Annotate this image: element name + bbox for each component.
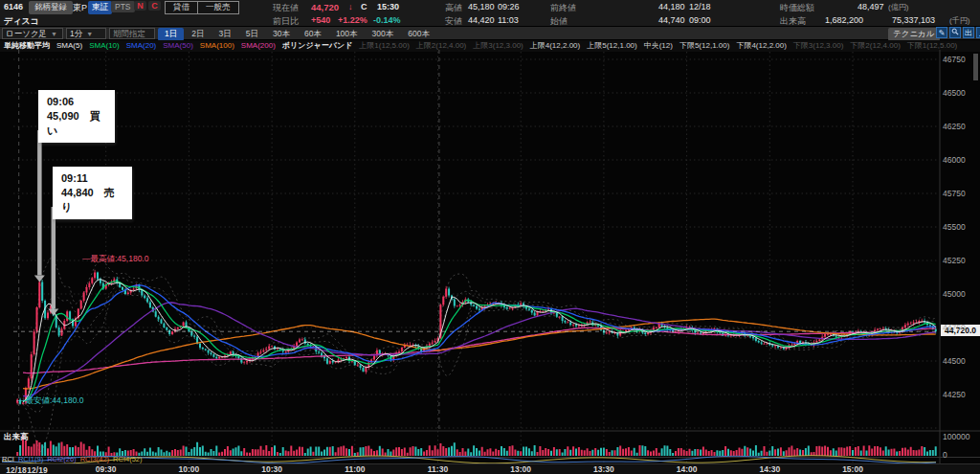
price-down-arrow-icon: ↓ xyxy=(348,2,353,11)
current-price-label: 現在値 xyxy=(273,2,299,14)
session-high-marker: ―最高値:45,180.0 xyxy=(82,254,148,265)
market-cap-value: 48,497 xyxy=(858,2,884,11)
session-low-marker: ―最安値:44,180.0 xyxy=(17,395,83,407)
range-button-1日[interactable]: 1日 xyxy=(158,28,184,41)
area-chart-icon[interactable]: ◢ xyxy=(976,27,980,38)
chart-type-dropdown[interactable]: ローソク足▼ xyxy=(2,28,63,39)
chevron-down-icon: ▼ xyxy=(51,31,57,37)
change-percent-2: -0.14% xyxy=(373,15,401,25)
x-axis-tick-11:30: 11:30 xyxy=(428,464,448,474)
x-axis-tick-13:30: 13:30 xyxy=(593,464,614,474)
x-axis-tick-10:30: 10:30 xyxy=(261,464,282,474)
range-button-5日[interactable]: 5日 xyxy=(239,28,265,41)
date-label-current: 12/19 xyxy=(27,465,47,474)
chart-refresh-icon[interactable]: C xyxy=(148,1,161,11)
high-label: 高値 xyxy=(445,2,462,14)
close-flag: C xyxy=(361,2,368,11)
prev-close-label: 前終値 xyxy=(550,2,576,14)
legend-item-SMA(100): SMA(100) xyxy=(200,41,234,50)
rci-label-RCI: RCI xyxy=(2,455,14,463)
exchange-toggle-pts[interactable]: PTS xyxy=(111,1,135,12)
range-button-100本[interactable]: 100本 xyxy=(329,28,365,41)
register-symbol-button[interactable]: 銘柄登録 xyxy=(29,1,73,14)
prev-close-value: 44,180 xyxy=(658,2,685,11)
pencil-icon[interactable]: ✎ xyxy=(936,27,947,38)
legend-band-下限3(12,3.00): 下限3(12,3.00) xyxy=(793,41,843,50)
chevron-down-icon: ▼ xyxy=(86,31,93,37)
x-axis-tick-15:00: 15:00 xyxy=(842,464,863,474)
legend-band-上限2(12,4.00): 上限2(12,4.00) xyxy=(416,41,466,50)
range-button-3日[interactable]: 3日 xyxy=(212,28,237,41)
exchange-toggle-tse[interactable]: 東証 xyxy=(88,1,112,14)
y-axis-tick-46000: 46000 xyxy=(943,155,966,165)
range-button-2日[interactable]: 2日 xyxy=(185,28,211,41)
trading-chart-window: 6146 銘柄登録 東P 東証 PTS N C 貸借 一般売 現在値 44,72… xyxy=(0,0,980,474)
stock-code: 6146 xyxy=(4,2,23,11)
period-dropdown[interactable]: 期間指定▼ xyxy=(109,28,155,39)
sma-legend-title: 単純移動平均 xyxy=(4,41,50,50)
y-axis-tick-45750: 45750 xyxy=(943,189,966,198)
market-cap-unit: (億円) xyxy=(888,2,908,12)
x-axis-tick-13:00: 13:00 xyxy=(510,464,531,474)
sell-price: 44,840 xyxy=(61,187,94,198)
legend-band-下限4(12,2.00): 下限4(12,2.00) xyxy=(736,41,786,50)
change-value: +540 xyxy=(311,15,330,25)
x-axis-tick-14:30: 14:30 xyxy=(759,464,780,474)
y-axis-tick-44750: 44750 xyxy=(943,323,966,332)
interval-dropdown[interactable]: 1分▼ xyxy=(66,28,106,39)
news-icon[interactable]: N xyxy=(134,1,146,11)
y-axis-tick-44250: 44250 xyxy=(943,390,966,399)
margin-badge[interactable]: 貸借 xyxy=(165,1,198,14)
time-axis: 12/18 12/19 xyxy=(0,463,980,474)
range-button-30本[interactable]: 30本 xyxy=(266,28,297,41)
high-value: 45,180 xyxy=(468,2,495,11)
open-time: 09:00 xyxy=(689,15,711,25)
range-button-600本[interactable]: 600本 xyxy=(401,28,436,41)
y-axis-tick-46750: 46750 xyxy=(943,55,966,64)
legend-band-上限3(12,3.00): 上限3(12,3.00) xyxy=(473,41,523,50)
rci-label-RCI1(9): RCI1(9) xyxy=(18,455,43,463)
legend-band-上限5(12,1.00): 上限5(12,1.00) xyxy=(587,41,636,50)
rci-legend: RCIRCI1(9)RCI2(26)RCI3(42)RCI4(52) xyxy=(2,455,146,463)
magnifier-icon[interactable] xyxy=(949,27,961,38)
technical-button[interactable]: テクニカル xyxy=(888,28,940,41)
volume-value: 1,682,200 xyxy=(825,15,863,25)
header: 6146 銘柄登録 東P 東証 PTS N C 貸借 一般売 現在値 44,72… xyxy=(0,0,980,27)
buy-time: 09:06 xyxy=(47,96,74,107)
buy-annotation: 09:06 45,090買い xyxy=(38,90,115,143)
legend-band-下限5(12,1.00): 下限5(12,1.00) xyxy=(679,41,729,50)
low-value: 44,420 xyxy=(468,15,495,25)
rci-label-RCI4(52): RCI4(52) xyxy=(113,455,142,463)
market-cap-label: 時価総額 xyxy=(780,2,814,14)
order-icon[interactable]: 出 xyxy=(963,27,974,38)
rci-label-RCI2(26): RCI2(26) xyxy=(47,455,76,463)
range-buttons: 1日2日3日5日30本60本100本300本600本 xyxy=(158,28,437,41)
low-time: 11:03 xyxy=(498,15,519,25)
market-segment: 東P xyxy=(73,2,87,14)
range-button-60本[interactable]: 60本 xyxy=(298,28,328,41)
y-axis-tick-45000: 45000 xyxy=(943,289,966,299)
legend-band-下限1(12,5.00): 下限1(12,5.00) xyxy=(907,41,957,50)
legend-band-下限2(12,4.00): 下限2(12,4.00) xyxy=(850,41,900,50)
legend-item-SMA(5): SMA(5) xyxy=(56,41,82,50)
general-sell-badge[interactable]: 一般売 xyxy=(197,1,239,14)
legend-item-SMA(50): SMA(50) xyxy=(163,41,193,50)
date-label-prev: 12/18 xyxy=(6,465,26,474)
scrollbar-thumb[interactable] xyxy=(973,54,978,80)
high-time: 09:26 xyxy=(498,2,520,11)
buy-price: 45,090 xyxy=(47,110,79,122)
y-axis-tick-45500: 45500 xyxy=(943,222,966,232)
y-axis-tick-46500: 46500 xyxy=(943,88,966,98)
change-percent: +1.22% xyxy=(338,15,368,25)
volume-axis-max: 100000 xyxy=(943,432,969,441)
volume-axis-zero: 0 xyxy=(943,450,947,460)
y-axis-tick-44500: 44500 xyxy=(943,356,966,366)
legend-item-SMA(200): SMA(200) xyxy=(241,41,276,50)
volume-pane-title: 出来高 xyxy=(4,432,29,443)
current-price-value: 44,720 xyxy=(311,2,339,12)
range-button-300本[interactable]: 300本 xyxy=(366,28,401,41)
current-time: 15:30 xyxy=(377,2,399,11)
x-axis-tick-10:00: 10:00 xyxy=(179,464,200,474)
x-axis-tick-09:30: 09:30 xyxy=(96,464,117,474)
legend-band-上限1(12,5.00): 上限1(12,5.00) xyxy=(359,41,409,50)
